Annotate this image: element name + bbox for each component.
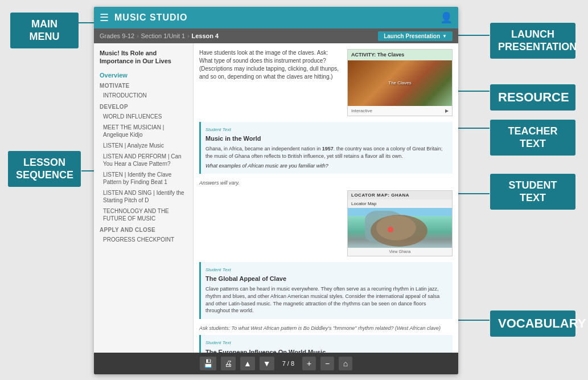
launch-presentation-button[interactable]: Launch Presentation [378,31,453,41]
activity-image-label: The Claves [388,80,411,86]
sidebar-item-listen-perform[interactable]: LISTEN AND PERFORM | Can You Hear a Clav… [94,151,193,169]
teacher-text-label: TEACHER TEXT [490,120,575,156]
app-title: MUSiC STUDiO [114,13,187,23]
user-icon[interactable]: 👤 [440,11,453,24]
app-container: ☰ MUSiC STUDiO 👤 Grades 9-12 › Section 1… [94,7,458,374]
activity-header: ACTIVITY: The Claves [348,50,452,60]
lesson-title: Music! Its Role and Importance in Our Li… [94,43,193,69]
svg-point-9 [376,215,416,240]
student-title-1: Music in the World [205,134,448,143]
sidebar-item-listen-identify[interactable]: LISTEN | Identify the Clave Pattern by F… [94,169,193,187]
zoom-out-button[interactable]: − [320,357,334,370]
save-button[interactable]: 💾 [200,357,216,370]
sidebar-item-progress[interactable]: PROGRESS CHECKPOINT [94,234,193,245]
breadcrumb-bar: Grades 9-12 › Section 1/Unit 1 › Lesson … [94,28,458,43]
student-title-2: The Global Appeal of Clave [205,275,448,283]
sidebar-item-technology[interactable]: TECHNOLOGY AND THE FUTURE OF MUSIC [94,206,193,224]
main-content: Music! Its Role and Importance in Our Li… [94,43,458,353]
teacher-note-2: Ask students: To what West African patte… [199,325,453,332]
hamburger-menu-button[interactable]: ☰ [100,11,109,24]
activity-image: The Claves [348,60,452,106]
sidebar-overview-link[interactable]: Overview [94,69,193,80]
locator-map-box: LOCATOR MAP: Ghana Locator Map View Ghan… [347,190,453,256]
student-label-1: Student Text [205,126,448,133]
print-button[interactable]: 🖨 [221,357,236,370]
lesson-sequence-label: LESSON SEQUENCE [8,151,81,187]
student-body-1: Ghana, in Africa, became an independent … [205,145,448,160]
sidebar-develop-header: Develop [94,101,193,111]
content-area[interactable]: ACTIVITY: The Claves The Claves Interact… [194,43,458,353]
sidebar-item-listen-sing[interactable]: LISTEN AND SING | Identify the Starting … [94,187,193,206]
student-question-1: What examples of African music are you f… [205,162,448,170]
breadcrumb-sep1: › [137,33,138,39]
locator-map-header: LOCATOR MAP: Ghana [348,191,452,199]
locator-map-subtitle: Locator Map [348,199,452,208]
locator-map-footer[interactable]: View Ghana [348,248,452,256]
scroll-down-button[interactable]: ▼ [260,357,274,370]
locator-map-image [348,208,452,248]
student-text-label: STUDENT TEXT [490,174,575,210]
top-bar: ☰ MUSiC STUDiO 👤 [94,7,458,28]
sidebar-item-world-influences[interactable]: WORLD INFLUENCES [94,111,193,122]
activity-interactive-label: Interactive [351,108,372,114]
launch-presentation-label: LAUNCH PRESENTATION [490,23,575,59]
vocabulary-label: VOCABULARY [490,310,575,337]
sidebar-item-introduction[interactable]: INTRODUCTION [94,90,193,101]
bottom-toolbar: 💾 🖨 ▲ ▼ 7 / 8 + − ⌂ [94,353,458,374]
activity-box: ACTIVITY: The Claves The Claves Interact… [347,49,453,116]
sidebar-motivate-header: Motivate [94,80,193,90]
sidebar: Music! Its Role and Importance in Our Li… [94,43,194,353]
breadcrumb-sep2: › [187,33,189,39]
student-body-2: Clave patterns can be heard in music eve… [205,285,448,314]
student-text-block-2: Student Text The Global Appeal of Clave … [199,262,453,319]
activity-footer: Interactive ▶ [348,106,452,116]
breadcrumb-section[interactable]: Section 1/Unit 1 [141,32,186,39]
activity-play-icon[interactable]: ▶ [445,108,449,114]
main-menu-label: MAIN MENU [10,13,79,48]
sidebar-apply-header: Apply and Close [94,224,193,234]
sidebar-item-listen-analyze[interactable]: LISTEN | Analyze Music [94,140,193,151]
svg-point-10 [388,227,393,232]
teacher-note-1: Answers will vary. [199,179,453,187]
student-label-3: Student Text [205,340,448,346]
student-title-3: The European Influence On World Music [205,348,448,353]
breadcrumb-lesson[interactable]: Lesson 4 [192,32,219,39]
map-svg [348,208,452,248]
scroll-up-button[interactable]: ▲ [240,357,255,370]
home-button[interactable]: ⌂ [339,357,352,370]
student-label-2: Student Text [205,267,448,273]
page-info: 7 / 8 [279,360,298,367]
sidebar-item-meet-musician[interactable]: MEET THE MUSICIAN | Angelique Kidjo [94,122,193,140]
resource-label: RESOURCE [490,84,575,111]
student-text-block-3: Student Text The European Influence On W… [199,335,453,353]
student-text-block-1: Student Text Music in the World Ghana, i… [199,122,453,174]
zoom-in-button[interactable]: + [302,357,316,370]
breadcrumb-grades[interactable]: Grades 9-12 [100,32,134,39]
